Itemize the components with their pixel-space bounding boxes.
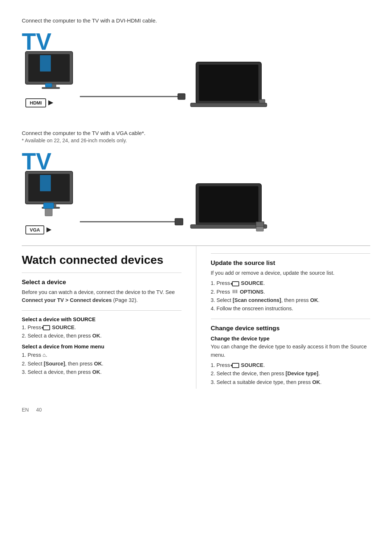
home-icon: ⌂ <box>42 352 46 358</box>
svg-rect-4 <box>42 87 60 89</box>
hdmi-cable <box>80 86 189 107</box>
footer-language: EN <box>22 407 29 413</box>
left-divider-2 <box>22 310 181 311</box>
right-divider-top <box>211 253 371 254</box>
svg-rect-20 <box>175 218 183 225</box>
vga-cable <box>80 209 189 234</box>
source-icon-2 <box>232 281 239 286</box>
svg-rect-11 <box>259 99 265 103</box>
vga-diagram: TV VGA ▶ <box>22 150 370 234</box>
page-footer: EN 40 <box>22 403 370 413</box>
step-item: 1. Press SOURCE. <box>211 361 371 369</box>
step-item: 1. Press SOURCE. <box>211 279 371 287</box>
left-column: Watch connected devices Select a device … <box>22 246 196 389</box>
svg-rect-24 <box>256 222 264 227</box>
step-item: 1. Press SOURCE. <box>22 323 181 332</box>
vga-footnote-text: * Available on 22, 24, and 26-inch model… <box>22 138 370 143</box>
step-item: 2. Press ⁞⁞⁞ OPTIONS. <box>211 288 371 296</box>
update-source-body: If you add or remove a device, update th… <box>211 269 371 277</box>
step-item: 2. Select the device, then press [Device… <box>211 369 371 378</box>
change-device-settings-title: Change device settings <box>211 325 371 332</box>
footer-page-number: 40 <box>36 407 42 413</box>
svg-rect-5 <box>45 83 52 87</box>
svg-rect-17 <box>44 203 54 209</box>
options-icon: ⁞⁞⁞ <box>232 288 238 296</box>
svg-rect-25 <box>256 227 264 231</box>
tv-svg-hdmi <box>22 50 80 97</box>
svg-rect-9 <box>199 65 258 101</box>
step-item: 2. Select a device, then press OK. <box>22 332 181 340</box>
intro-hdmi-text: Connect the computer to the TV with a DV… <box>22 17 370 24</box>
intro-vga-text: Connect the computer to the TV with a VG… <box>22 130 370 136</box>
source-icon-3 <box>232 363 239 368</box>
svg-rect-18 <box>45 209 52 216</box>
step-item: 4. Follow the onscreen instructions. <box>211 304 371 313</box>
svg-rect-14 <box>40 175 51 191</box>
right-divider-mid <box>211 319 371 319</box>
update-source-title: Update the source list <box>211 259 371 267</box>
vga-label: VGA <box>25 225 44 234</box>
step-item: 3. Select a suitable device type, then p… <box>211 378 371 387</box>
change-device-steps: 1. Press SOURCE. 2. Select the device, t… <box>211 361 371 387</box>
hdmi-diagram: TV HDMI ▶ <box>22 30 370 107</box>
change-device-type-body: You can change the device type to easily… <box>211 343 371 359</box>
hdmi-label: HDMI <box>25 98 46 107</box>
source-icon-1 <box>43 325 50 330</box>
left-divider-1 <box>22 273 181 273</box>
laptop-svg-hdmi <box>189 60 269 107</box>
svg-rect-23 <box>191 225 267 228</box>
svg-rect-2 <box>40 55 51 71</box>
step-item: 1. Press ⌂. <box>22 351 181 359</box>
select-source-steps: 1. Press SOURCE. 2. Select a device, the… <box>22 323 181 340</box>
tv-svg-vga <box>22 169 80 224</box>
select-device-title: Select a device <box>22 279 181 286</box>
update-source-steps: 1. Press SOURCE. 2. Press ⁞⁞⁞ OPTIONS. 3… <box>211 279 371 313</box>
select-device-body: Before you can watch a device, connect t… <box>22 288 181 304</box>
laptop-svg-vga <box>189 182 269 234</box>
svg-rect-22 <box>199 186 258 222</box>
change-device-type-label: Change the device type <box>211 336 371 342</box>
svg-rect-7 <box>178 94 185 99</box>
step-item: 2. Select [Source], then press OK. <box>22 360 181 368</box>
step-item: 3. Select [Scan connections], then press… <box>211 296 371 304</box>
select-with-source-label: Select a device with SOURCE <box>22 316 181 322</box>
main-section-title: Watch connected devices <box>22 253 181 267</box>
step-item: 3. Select a device, then press OK. <box>22 368 181 376</box>
main-content: Watch connected devices Select a device … <box>22 245 370 389</box>
right-column: Update the source list If you add or rem… <box>196 246 371 389</box>
select-home-steps: 1. Press ⌂. 2. Select [Source], then pre… <box>22 351 181 376</box>
svg-rect-10 <box>191 103 267 107</box>
select-home-menu-label: Select a device from Home menu <box>22 344 181 349</box>
